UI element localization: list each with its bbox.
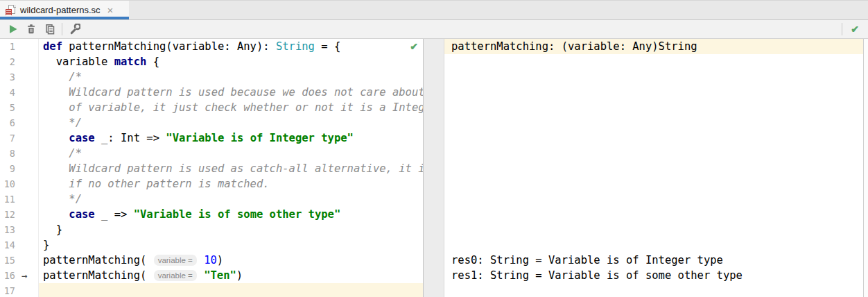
line-number: 12 xyxy=(0,207,15,222)
code-token: "Ten" xyxy=(204,269,236,282)
code-line[interactable]: of variable, it just check whether or no… xyxy=(39,100,423,115)
gutter-line: 8 xyxy=(0,146,38,161)
copy-icon xyxy=(44,24,55,35)
code-line[interactable]: Wildcard pattern is used as catch-all al… xyxy=(39,161,423,176)
editor-tab-bar: wildcard-patterns.sc × xyxy=(0,1,868,20)
worksheet-status-button[interactable]: ✔ xyxy=(846,21,864,37)
results-pane: patternMatching: (variable: Any)Stringre… xyxy=(444,39,863,297)
scrollbar[interactable] xyxy=(863,39,868,297)
copy-button[interactable] xyxy=(40,21,58,37)
line-number: 17 xyxy=(0,283,15,297)
line-number: 2 xyxy=(0,54,15,69)
code-line[interactable]: */ xyxy=(39,115,423,130)
result-line: res1: String = Variable is of some other… xyxy=(444,268,863,283)
gutter: 12345678910111213141516→17 xyxy=(0,39,39,297)
run-button[interactable] xyxy=(4,21,22,37)
code-lines[interactable]: def patternMatching(variable: Any): Stri… xyxy=(39,39,423,297)
code-line[interactable]: /* xyxy=(39,146,423,161)
code-token: /* xyxy=(43,71,82,83)
gutter-line: 7 xyxy=(0,130,38,146)
code-token: def xyxy=(43,40,62,53)
code-token: of variable, it just check whether or no… xyxy=(43,101,423,114)
code-token: { xyxy=(146,56,159,68)
code-line[interactable]: if no other pattern is matched. xyxy=(39,176,423,192)
code-token: String xyxy=(276,40,315,53)
code-line[interactable]: case _: Int => "Variable is of Integer t… xyxy=(39,130,423,146)
code-line[interactable]: */ xyxy=(39,192,423,207)
code-line[interactable]: } xyxy=(39,222,423,237)
code-token xyxy=(198,269,204,282)
code-line[interactable]: patternMatching( variable = 10) xyxy=(39,253,423,268)
result-line xyxy=(444,115,863,130)
code-token: _ => xyxy=(95,208,134,221)
pane-splitter[interactable] xyxy=(423,39,444,297)
code-line[interactable] xyxy=(39,283,423,297)
inspection-status-check-icon[interactable]: ✔ xyxy=(410,40,418,53)
tab-title: wildcard-patterns.sc xyxy=(20,5,101,15)
result-line xyxy=(444,85,863,100)
result-line xyxy=(444,161,863,176)
editor-area: 12345678910111213141516→17 def patternMa… xyxy=(0,39,868,297)
line-number: 9 xyxy=(0,161,15,176)
gutter-line: 6 xyxy=(0,115,38,130)
result-line xyxy=(444,130,863,146)
result-line xyxy=(444,176,863,192)
code-line[interactable]: Wildcard pattern is used because we does… xyxy=(39,85,423,100)
ide-window: wildcard-patterns.sc × xyxy=(0,0,868,297)
line-number: 15 xyxy=(0,253,15,268)
code-token: case xyxy=(69,208,94,221)
play-icon xyxy=(8,24,19,35)
result-line: res0: String = Variable is of Integer ty… xyxy=(444,253,863,268)
code-line[interactable]: variable match { xyxy=(39,54,423,69)
code-token: /* xyxy=(43,147,82,160)
code-token xyxy=(43,208,69,221)
clear-output-button[interactable] xyxy=(22,21,40,37)
gutter-line: 9 xyxy=(0,161,38,176)
line-number: 5 xyxy=(0,100,15,115)
gutter-line: 1 xyxy=(0,39,38,54)
result-line: patternMatching: (variable: Any)String xyxy=(444,39,863,54)
gutter-line: 16→ xyxy=(0,268,38,283)
code-token: _: Int => xyxy=(95,132,166,144)
code-token: "Variable is of Integer type" xyxy=(166,132,354,144)
gutter-line: 12 xyxy=(0,207,38,222)
code-token: patternMatching( xyxy=(43,254,153,266)
code-line[interactable]: } xyxy=(39,237,423,253)
line-number: 8 xyxy=(0,146,15,161)
tab-close-icon[interactable]: × xyxy=(107,5,114,15)
code-token: = { xyxy=(315,40,340,53)
gutter-line: 2 xyxy=(0,54,38,69)
tab-wildcard-patterns[interactable]: wildcard-patterns.sc × xyxy=(0,1,129,19)
result-line xyxy=(444,222,863,237)
line-number: 7 xyxy=(0,130,15,146)
gutter-line: 13 xyxy=(0,222,38,237)
settings-button[interactable] xyxy=(66,21,84,37)
toolbar-separator-right xyxy=(842,23,842,35)
gutter-line: 5 xyxy=(0,100,38,115)
code-token: match xyxy=(114,56,147,68)
code-token: variable xyxy=(43,56,114,68)
line-number: 13 xyxy=(0,222,15,237)
gutter-line: 10 xyxy=(0,176,38,192)
result-line xyxy=(444,237,863,253)
code-token: */ xyxy=(43,193,82,205)
gutter-line: 15 xyxy=(0,253,38,268)
line-number: 3 xyxy=(0,69,15,85)
code-token: ) xyxy=(236,269,243,282)
gutter-line: 3 xyxy=(0,69,38,85)
code-line[interactable]: /* xyxy=(39,69,423,85)
line-number: 1 xyxy=(0,39,15,54)
code-token: "Variable is of some other type" xyxy=(134,208,341,221)
code-token: if no other pattern is matched. xyxy=(43,178,270,190)
code-line[interactable]: patternMatching( variable = "Ten") xyxy=(39,268,423,283)
code-editor-pane[interactable]: 12345678910111213141516→17 def patternMa… xyxy=(0,39,423,297)
line-number: 4 xyxy=(0,85,15,100)
line-number: 10 xyxy=(0,176,15,192)
result-line xyxy=(444,283,863,297)
gutter-line: 4 xyxy=(0,85,38,100)
code-token xyxy=(198,254,204,266)
code-line[interactable]: case _ => "Variable is of some other typ… xyxy=(39,207,423,222)
code-line[interactable]: def patternMatching(variable: Any): Stri… xyxy=(39,39,423,54)
line-number: 6 xyxy=(0,115,15,130)
check-icon: ✔ xyxy=(851,24,859,34)
